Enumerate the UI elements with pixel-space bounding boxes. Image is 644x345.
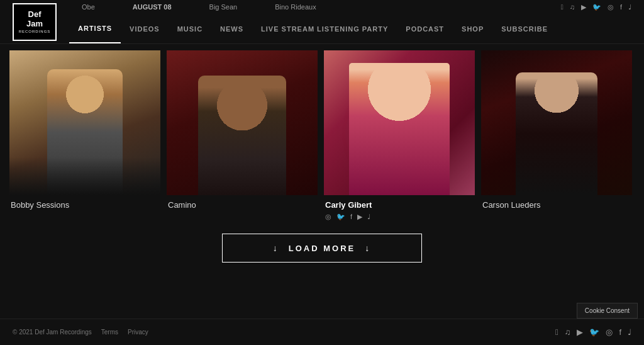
logo-text: DefJam — [26, 10, 43, 28]
footer-copyright: © 2021 Def Jam Recordings — [13, 329, 92, 336]
artist-name-carly: Carly Gibert — [324, 200, 478, 210]
arrow-left-icon: ↓ — [273, 243, 279, 253]
main-content: Bobby Sessions Camino Carly Gibert ◎ 🐦 — [0, 44, 644, 263]
artist-image-carson[interactable] — [481, 50, 632, 195]
instagram-icon[interactable]: ◎ — [608, 3, 614, 11]
footer-spotify-icon[interactable]: ♫ — [565, 327, 571, 337]
youtube-icon[interactable]: ▶ — [581, 3, 586, 11]
footer-terms-link[interactable]: Terms — [101, 329, 118, 336]
footer-twitter-icon[interactable]: 🐦 — [589, 327, 599, 337]
carly-twitter-icon[interactable]: 🐦 — [336, 213, 345, 221]
carly-youtube-icon[interactable]: ▶ — [357, 213, 362, 221]
artist-image-camino[interactable] — [167, 50, 318, 195]
footer: © 2021 Def Jam Recordings Terms Privacy … — [0, 319, 644, 345]
artist-image-bobby[interactable] — [9, 50, 160, 195]
header-socials:  ♫ ▶ 🐦 ◎ f ♩ — [561, 0, 631, 14]
footer-youtube-icon[interactable]: ▶ — [577, 327, 583, 337]
arrow-right-icon: ↓ — [365, 243, 371, 253]
carly-instagram-icon[interactable]: ◎ — [325, 213, 331, 221]
artist-card-carly: Carly Gibert ◎ 🐦 f ▶ ♩ — [324, 50, 478, 221]
marquee-item: Big Sean — [209, 3, 238, 11]
load-more-label: LOAD MORE — [289, 244, 355, 253]
footer-instagram-icon[interactable]: ◎ — [606, 327, 613, 337]
footer-left: © 2021 Def Jam Recordings Terms Privacy — [13, 329, 148, 336]
footer-right:  ♫ ▶ 🐦 ◎ f ♩ — [555, 327, 631, 337]
footer-apple-icon[interactable]:  — [555, 327, 558, 337]
nav-subscribe[interactable]: SUBSCRIBE — [492, 14, 557, 43]
header: DefJam recordings Obe AUGUST 08 Big Sean… — [0, 0, 644, 44]
marquee-bar: Obe AUGUST 08 Big Sean Bino Rideaux — [69, 0, 644, 14]
carly-tiktok-icon[interactable]: ♩ — [367, 213, 370, 221]
artist-name-camino: Camino — [167, 200, 321, 210]
nav-music[interactable]: MUSIC — [169, 14, 211, 43]
logo-recordings: recordings — [19, 30, 51, 33]
nav-news[interactable]: NEWS — [211, 14, 252, 43]
artist-name-carson: Carson Lueders — [481, 200, 635, 210]
artist-name-bobby: Bobby Sessions — [9, 200, 164, 210]
artist-socials-carly: ◎ 🐦 f ▶ ♩ — [324, 213, 478, 221]
twitter-icon[interactable]: 🐦 — [592, 3, 601, 11]
carly-facebook-icon[interactable]: f — [350, 213, 352, 221]
facebook-icon[interactable]: f — [620, 3, 622, 11]
artist-grid: Bobby Sessions Camino Carly Gibert ◎ 🐦 — [0, 44, 644, 221]
nav-artists[interactable]: ARTISTS — [69, 14, 121, 43]
nav-videos[interactable]: VIDEOS — [121, 14, 169, 43]
logo[interactable]: DefJam recordings — [13, 3, 57, 41]
footer-facebook-icon[interactable]: f — [619, 327, 621, 337]
load-more-section: ↓ LOAD MORE ↓ — [0, 234, 644, 263]
footer-tiktok-icon[interactable]: ♩ — [628, 327, 631, 337]
artist-card-camino: Camino — [167, 50, 321, 221]
marquee-item: AUGUST 08 — [133, 3, 172, 11]
cookie-consent-banner[interactable]: Cookie Consent — [577, 303, 638, 319]
artist-card-carson: Carson Lueders — [481, 50, 635, 221]
spotify-icon[interactable]: ♫ — [570, 3, 575, 11]
artist-card-bobby: Bobby Sessions — [9, 50, 164, 221]
cookie-consent-label: Cookie Consent — [585, 307, 630, 314]
apple-icon[interactable]:  — [561, 3, 564, 11]
load-more-button[interactable]: ↓ LOAD MORE ↓ — [222, 234, 422, 263]
nav-shop[interactable]: SHOP — [453, 14, 492, 43]
nav-podcast[interactable]: PODCAST — [397, 14, 453, 43]
marquee-item: Bino Rideaux — [275, 3, 316, 11]
footer-privacy-link[interactable]: Privacy — [128, 329, 148, 336]
main-nav: ARTISTS VIDEOS MUSIC NEWS LIVE STREAM LI… — [69, 14, 644, 43]
artist-image-carly[interactable] — [324, 50, 475, 195]
marquee-item: Obe — [82, 3, 95, 11]
nav-livestream[interactable]: LIVE STREAM LISTENING PARTY — [252, 14, 397, 43]
tiktok-icon[interactable]: ♩ — [628, 3, 631, 11]
